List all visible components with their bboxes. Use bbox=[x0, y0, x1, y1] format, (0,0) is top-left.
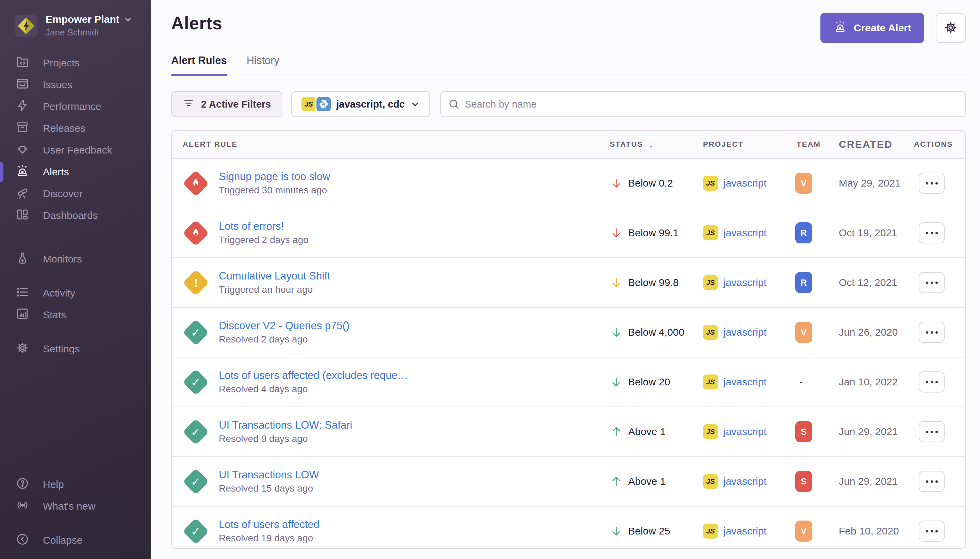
sidebar-item-alerts[interactable]: Alerts bbox=[0, 161, 151, 183]
sidebar-item-projects[interactable]: Projects bbox=[0, 52, 151, 74]
sidebar-item-label: Settings bbox=[43, 343, 80, 355]
table-row: ✓ Discover V2 - Queries p75() Resolved 2… bbox=[172, 308, 965, 357]
project-link[interactable]: javascript bbox=[723, 177, 767, 189]
column-header-alert-rule: Alert Rule bbox=[172, 140, 610, 149]
tab-alert-rules[interactable]: Alert Rules bbox=[171, 55, 227, 76]
sidebar-item-dashboards[interactable]: Dashboards bbox=[0, 205, 151, 227]
org-switcher[interactable]: Empower Plant Jane Schmidt bbox=[0, 0, 151, 38]
alert-rule-link[interactable]: Lots of errors! bbox=[219, 220, 309, 233]
table-row: ✓ UI Transactions LOW: Safari Resolved 9… bbox=[172, 407, 965, 457]
resolved-alert-icon: ✓ bbox=[183, 518, 209, 544]
column-header-status[interactable]: Status↓ bbox=[610, 139, 703, 150]
alert-rule-subtitle: Triggered 2 days ago bbox=[219, 235, 309, 245]
sidebar-item-what-s-new[interactable]: What's new bbox=[0, 495, 151, 517]
column-header-actions: Actions bbox=[906, 140, 965, 149]
sidebar-item-discover[interactable]: Discover bbox=[0, 183, 151, 205]
whats-new-icon bbox=[16, 498, 29, 514]
critical-alert-icon bbox=[183, 220, 209, 246]
row-actions-button[interactable] bbox=[919, 371, 945, 392]
row-actions-button[interactable] bbox=[919, 322, 945, 343]
sidebar-item-user-feedback[interactable]: User Feedback bbox=[0, 139, 151, 161]
sidebar-item-label: Issues bbox=[43, 79, 73, 91]
sidebar-item-stats[interactable]: Stats bbox=[0, 304, 151, 326]
alert-rule-link[interactable]: Discover V2 - Queries p75() bbox=[219, 320, 350, 332]
project-link[interactable]: javascript bbox=[723, 426, 767, 437]
critical-alert-icon bbox=[183, 170, 209, 196]
project-link[interactable]: javascript bbox=[723, 376, 767, 388]
team-avatar: R bbox=[795, 222, 812, 243]
alert-rule-link[interactable]: UI Transactions LOW bbox=[219, 469, 319, 481]
active-filters-button[interactable]: 2 Active Filters bbox=[171, 91, 282, 117]
column-header-created: Created bbox=[839, 139, 906, 150]
created-date: Jan 10, 2022 bbox=[839, 376, 898, 388]
alert-rule-subtitle: Triggered 30 minutes ago bbox=[219, 185, 330, 196]
arrow-down-icon bbox=[610, 375, 623, 389]
row-actions-button[interactable] bbox=[919, 421, 945, 442]
search-input[interactable] bbox=[441, 91, 966, 117]
javascript-platform-icon: JS bbox=[302, 97, 316, 111]
create-alert-button[interactable]: Create Alert bbox=[820, 13, 924, 43]
project-selector-dropdown[interactable]: JS javascript, cdc bbox=[291, 91, 430, 117]
row-actions-button[interactable] bbox=[919, 222, 945, 243]
created-date: Feb 10, 2020 bbox=[839, 525, 899, 537]
created-date: Jun 26, 2020 bbox=[839, 326, 898, 338]
sidebar-item-monitors[interactable]: Monitors bbox=[0, 248, 151, 270]
alert-rule-subtitle: Resolved 2 days ago bbox=[219, 334, 350, 345]
project-link[interactable]: javascript bbox=[723, 227, 767, 239]
row-actions-button[interactable] bbox=[919, 173, 945, 194]
arrow-down-icon bbox=[610, 177, 623, 190]
alert-rule-link[interactable]: Lots of users affected bbox=[219, 518, 320, 531]
tab-history[interactable]: History bbox=[247, 55, 279, 76]
sidebar-group: Monitors bbox=[0, 248, 151, 270]
project-link[interactable]: javascript bbox=[723, 476, 767, 487]
stats-icon bbox=[16, 307, 29, 323]
sidebar-item-help[interactable]: Help bbox=[0, 473, 151, 495]
row-actions-button[interactable] bbox=[919, 521, 945, 542]
resolved-alert-icon: ✓ bbox=[183, 369, 209, 395]
team-avatar: R bbox=[795, 272, 812, 293]
row-actions-button[interactable] bbox=[919, 272, 945, 293]
sidebar-item-collapse[interactable]: Collapse bbox=[0, 529, 151, 551]
sidebar-item-activity[interactable]: Activity bbox=[0, 282, 151, 304]
sidebar-item-label: Collapse bbox=[43, 534, 82, 546]
no-team-dash: - bbox=[795, 376, 803, 388]
alert-rule-link[interactable]: Cumulative Layout Shift bbox=[219, 270, 330, 282]
sidebar-item-label: Alerts bbox=[43, 166, 69, 178]
project-selector-value: javascript, cdc bbox=[336, 99, 405, 110]
status-value: Above 1 bbox=[628, 476, 666, 487]
sidebar-item-settings[interactable]: Settings bbox=[0, 338, 151, 360]
arrow-up-icon bbox=[610, 425, 623, 438]
sidebar-item-label: User Feedback bbox=[43, 144, 112, 156]
filter-lines-icon bbox=[183, 98, 194, 111]
created-date: Jun 29, 2021 bbox=[839, 476, 898, 487]
project-link[interactable]: javascript bbox=[723, 326, 767, 338]
status-value: Above 1 bbox=[628, 426, 666, 437]
status-value: Below 99.1 bbox=[628, 227, 678, 239]
table-row: Signup page is too slow Triggered 30 min… bbox=[172, 159, 965, 208]
team-avatar: S bbox=[795, 471, 812, 492]
settings-gear-button[interactable] bbox=[936, 13, 966, 43]
sidebar-item-issues[interactable]: Issues bbox=[0, 74, 151, 96]
dashboards-icon bbox=[16, 208, 29, 224]
sidebar-item-releases[interactable]: Releases bbox=[0, 117, 151, 139]
sidebar-item-performance[interactable]: Performance bbox=[0, 96, 151, 117]
gear-icon bbox=[944, 20, 958, 36]
table-row: ✓ UI Transactions LOW Resolved 15 days a… bbox=[172, 457, 965, 506]
sort-arrow-icon: ↓ bbox=[648, 139, 654, 150]
team-avatar: V bbox=[795, 322, 812, 343]
status-value: Below 0.2 bbox=[628, 177, 673, 189]
alert-rule-link[interactable]: Lots of users affected (excludes reque… bbox=[219, 369, 408, 382]
alert-rule-link[interactable]: UI Transactions LOW: Safari bbox=[219, 419, 352, 431]
alerts-icon bbox=[16, 164, 29, 180]
alert-rule-subtitle: Resolved 9 days ago bbox=[219, 433, 352, 444]
status-value: Below 4,000 bbox=[628, 326, 684, 338]
project-link[interactable]: javascript bbox=[723, 277, 767, 288]
column-header-project: Project bbox=[703, 140, 795, 149]
sidebar-item-label: Discover bbox=[43, 188, 82, 200]
resolved-alert-icon: ✓ bbox=[183, 468, 209, 495]
alert-rule-link[interactable]: Signup page is too slow bbox=[219, 170, 330, 183]
project-link[interactable]: javascript bbox=[723, 525, 767, 537]
arrow-up-icon bbox=[610, 475, 623, 488]
issues-icon bbox=[16, 77, 29, 93]
row-actions-button[interactable] bbox=[919, 471, 945, 492]
